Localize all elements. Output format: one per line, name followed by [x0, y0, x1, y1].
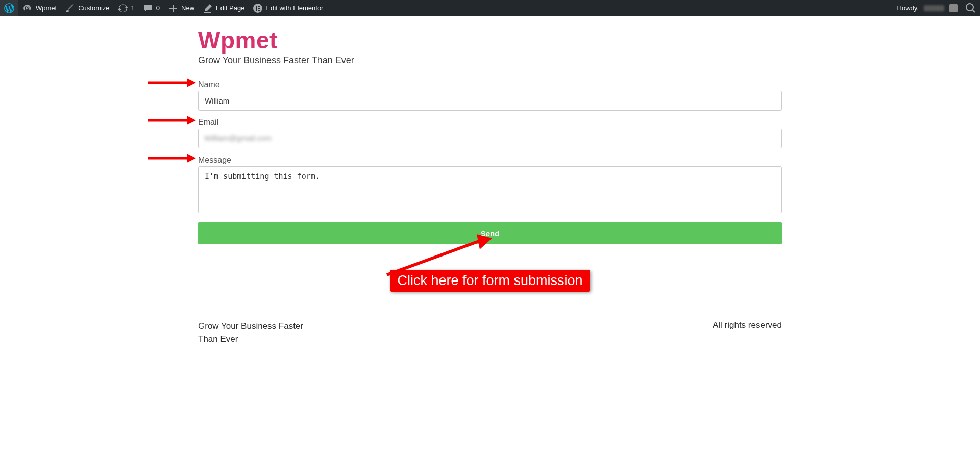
form-group-email: Email William@gmail.com	[198, 118, 782, 148]
message-textarea[interactable]: I'm submitting this form.	[198, 166, 782, 213]
form-group-message: Message I'm submitting this form.	[198, 156, 782, 215]
annotation-arrow-message	[147, 152, 196, 164]
comments-count: 0	[156, 0, 160, 16]
avatar-icon	[949, 4, 958, 12]
wp-logo[interactable]	[0, 0, 18, 16]
elementor-icon	[253, 3, 263, 13]
comments-link[interactable]: 0	[139, 0, 164, 16]
form-group-name: Name	[198, 80, 782, 111]
name-input[interactable]	[198, 91, 782, 111]
svg-marker-8	[187, 116, 196, 125]
new-link[interactable]: New	[164, 0, 199, 16]
howdy-text: Howdy,	[897, 0, 919, 16]
pencil-icon	[203, 3, 213, 13]
wordpress-icon	[4, 3, 14, 13]
annotation-arrow-email	[147, 115, 196, 126]
howdy-account[interactable]: Howdy,	[893, 0, 962, 16]
footer-left: Grow Your Business Faster Than Ever	[198, 320, 321, 345]
page-content: Wpmet Grow Your Business Faster Than Eve…	[198, 27, 782, 345]
customize-link[interactable]: Customize	[61, 0, 113, 16]
dashboard-icon	[22, 3, 33, 13]
edit-page-link[interactable]: Edit Page	[199, 0, 249, 16]
email-label: Email	[198, 118, 782, 127]
svg-marker-10	[187, 154, 196, 163]
edit-elementor-text: Edit with Elementor	[266, 0, 323, 16]
annotation-arrow-name	[147, 77, 196, 88]
svg-rect-3	[258, 8, 260, 9]
email-input[interactable]	[198, 129, 782, 148]
svg-rect-2	[258, 6, 260, 7]
new-text: New	[181, 0, 194, 16]
search-toggle[interactable]	[962, 0, 980, 16]
edit-page-text: Edit Page	[216, 0, 244, 16]
svg-marker-6	[187, 78, 196, 87]
svg-line-11	[387, 241, 479, 275]
footer-right: All rights reserved	[713, 320, 782, 330]
svg-rect-4	[258, 10, 260, 11]
updates-count: 1	[131, 0, 135, 16]
wp-admin-bar: Wpmet Customize 1 0	[0, 0, 980, 16]
message-label: Message	[198, 156, 782, 165]
edit-elementor-link[interactable]: Edit with Elementor	[249, 0, 327, 16]
site-name-link[interactable]: Wpmet	[18, 0, 61, 16]
search-icon	[966, 3, 976, 13]
svg-rect-1	[256, 6, 257, 11]
comment-icon	[143, 3, 153, 13]
plus-icon	[168, 3, 178, 13]
site-tagline: Grow Your Business Faster Than Ever	[198, 55, 782, 66]
refresh-icon	[118, 3, 128, 13]
brush-icon	[65, 3, 75, 13]
site-name-text: Wpmet	[36, 0, 57, 16]
site-title: Wpmet	[198, 27, 782, 54]
customize-text: Customize	[78, 0, 109, 16]
footer: Grow Your Business Faster Than Ever All …	[198, 320, 782, 345]
svg-marker-12	[477, 234, 492, 249]
updates-link[interactable]: 1	[114, 0, 139, 16]
name-label: Name	[198, 80, 782, 89]
user-name-blurred	[924, 5, 944, 11]
